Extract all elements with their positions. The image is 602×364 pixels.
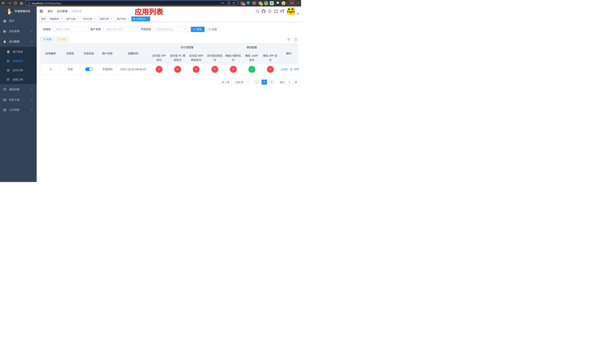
svg-text:y: y [266,2,267,5]
svg-text:?: ? [269,10,270,12]
